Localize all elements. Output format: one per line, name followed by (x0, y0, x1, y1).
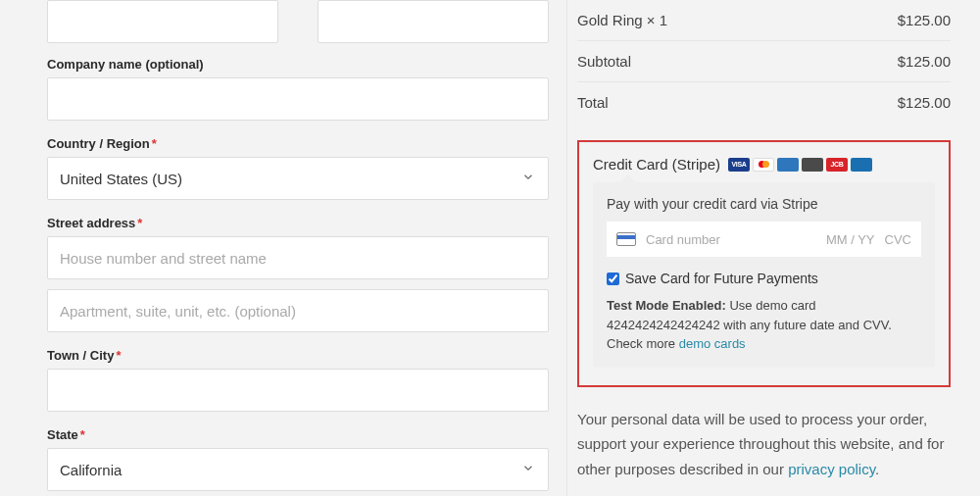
save-card-label: Save Card for Future Payments (625, 271, 818, 286)
city-field[interactable] (47, 369, 549, 412)
order-total-row: Total $125.00 (577, 82, 951, 123)
card-icon (616, 232, 636, 246)
city-label: Town / City* (47, 348, 549, 363)
amex-icon (777, 158, 799, 172)
street-label: Street address* (47, 216, 549, 230)
stripe-intro: Pay with your credit card via Stripe (607, 196, 921, 212)
state-select[interactable] (47, 448, 549, 491)
state-label: State* (47, 427, 549, 442)
mastercard-icon (753, 158, 774, 172)
total-label: Total (577, 94, 609, 111)
card-number-placeholder: Card number (646, 232, 720, 247)
card-cvc-placeholder: CVC (885, 232, 911, 247)
card-exp-placeholder: MM / YY (826, 232, 875, 247)
country-label: Country / Region* (47, 136, 549, 151)
payment-method-box: Credit Card (Stripe) VISA JCB Pay with y… (577, 140, 951, 387)
first-name-field[interactable] (47, 0, 278, 43)
order-summary: Gold Ring × 1 $125.00 Subtotal $125.00 T… (566, 0, 978, 496)
save-card-checkbox[interactable] (607, 273, 619, 285)
privacy-notice: Your personal data will be used to proce… (577, 407, 951, 482)
order-subtotal-row: Subtotal $125.00 (577, 41, 951, 82)
demo-cards-link[interactable]: demo cards (679, 336, 746, 351)
card-number-field[interactable]: Card number MM / YY CVC (607, 222, 921, 257)
subtotal-label: Subtotal (577, 53, 631, 70)
last-name-field[interactable] (318, 0, 549, 43)
item-price: $125.00 (898, 12, 951, 28)
order-line-item: Gold Ring × 1 $125.00 (577, 0, 951, 41)
privacy-policy-link[interactable]: privacy policy (788, 461, 875, 477)
payment-method-label: Credit Card (Stripe) (593, 156, 720, 173)
checkout-page: Company name (optional) Country / Region… (0, 0, 980, 496)
test-mode-notice: Test Mode Enabled: Use demo card 4242424… (607, 296, 921, 354)
subtotal-value: $125.00 (898, 53, 951, 70)
jcb-icon: JCB (826, 158, 848, 172)
item-name: Gold Ring × 1 (577, 12, 667, 28)
company-label: Company name (optional) (47, 57, 549, 72)
street1-field[interactable] (47, 236, 549, 279)
discover-icon (802, 158, 823, 172)
visa-icon: VISA (728, 158, 750, 172)
billing-form: Company name (optional) Country / Region… (0, 0, 559, 496)
diners-icon (851, 158, 872, 172)
company-field[interactable] (47, 77, 549, 121)
card-brand-icons: VISA JCB (728, 158, 872, 172)
country-select[interactable] (47, 157, 549, 200)
street2-field[interactable] (47, 289, 549, 332)
total-value: $125.00 (898, 94, 951, 111)
stripe-panel: Pay with your credit card via Stripe Car… (593, 182, 935, 368)
save-card-row[interactable]: Save Card for Future Payments (607, 271, 921, 286)
